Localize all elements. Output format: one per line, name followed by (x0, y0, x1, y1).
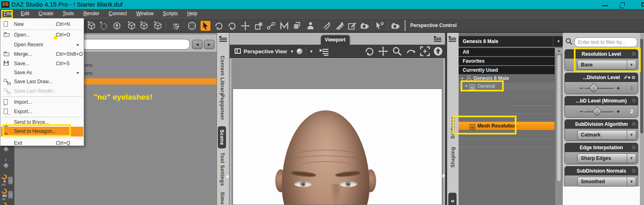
gear-icon[interactable]: ⚙ (631, 75, 636, 80)
tab-scene[interactable]: Scene (218, 126, 226, 148)
orbit-camera-icon[interactable] (364, 46, 374, 58)
chevron-down-icon[interactable]: ▼ (627, 154, 636, 163)
menu-item-save[interactable]: Save...Ctrl+S (1, 59, 83, 68)
row-favorites[interactable]: Favorites (459, 57, 555, 65)
slider-minus-button[interactable]: − (580, 105, 583, 118)
blender-8hd-run-button[interactable]: → (8, 176, 13, 184)
drawstyle-dropdown-icon[interactable]: ▼ (309, 45, 313, 58)
pane-options-icon[interactable] (449, 36, 456, 41)
scene-scrollbar[interactable]: ▲ (555, 48, 563, 205)
minimize-button[interactable] (602, 5, 608, 6)
menu-tools[interactable]: Tools (59, 9, 78, 18)
menu-edit[interactable]: Edit (17, 9, 33, 18)
chevron-down-icon[interactable]: ▼ (553, 36, 560, 47)
menu-item-merge[interactable]: Merge...Ctrl+Shift+O (1, 50, 83, 59)
tab-tool-settings[interactable]: Tool Settings (219, 153, 225, 186)
row-all[interactable]: All (459, 48, 555, 56)
view-selector[interactable]: Perspective View (244, 45, 287, 58)
new-group-node-tool-icon[interactable] (126, 20, 137, 31)
slider-thumb[interactable] (592, 106, 602, 116)
forward-arrow-button[interactable]: ► (204, 40, 215, 49)
gear-icon[interactable]: ⚙ (631, 120, 636, 129)
menu-item-new[interactable]: NewCtrl+N (1, 20, 83, 29)
subdivision-algorithm-dropdown[interactable]: Catmark▼ (577, 130, 636, 140)
gear-icon[interactable]: ⚙ (631, 143, 636, 152)
active-pose-tool-icon[interactable] (226, 20, 237, 31)
slider-minus-button[interactable]: − (580, 82, 583, 94)
tool-settings-icon[interactable] (375, 20, 385, 31)
menu-connect[interactable]: Connect (105, 9, 131, 18)
menu-item-import[interactable]: → Import... (1, 98, 83, 107)
menu-window[interactable]: Window (132, 9, 158, 18)
bd-level-value[interactable]: 2 (626, 105, 637, 118)
tree-node-genesis-8-male[interactable]: ▼Genesis 8 Male (459, 75, 555, 82)
slider-plus-button[interactable]: + (617, 82, 620, 94)
drawstyle-sphere-icon[interactable] (296, 48, 303, 55)
scrollbar-thumb[interactable] (556, 55, 562, 182)
slider-plus-button[interactable]: + (617, 105, 620, 118)
tree-node-general[interactable]: ▼GGeneral (459, 82, 555, 90)
tree-node-mesh-resolution-selected[interactable]: GMesh Resolution (459, 122, 555, 130)
render-camera-icon[interactable] (390, 20, 401, 31)
new-camera-tool-icon[interactable] (112, 20, 122, 31)
joint-editor-tool-icon[interactable] (266, 20, 276, 31)
tab-surfaces[interactable]: Surfaces (450, 116, 456, 139)
home-view-icon[interactable] (433, 46, 443, 58)
menu-help[interactable]: Help (183, 9, 201, 18)
scrollbar-thumb[interactable] (640, 39, 643, 133)
subdivision-normals-dropdown[interactable]: Smoothed▼ (577, 177, 636, 187)
weight-map-tool-icon[interactable] (279, 20, 290, 31)
pane-options-icon[interactable] (219, 36, 227, 41)
heart-icon[interactable]: ♥ (628, 75, 632, 80)
restore-button[interactable] (621, 2, 625, 6)
menu-render[interactable]: Render (80, 9, 103, 18)
menu-item-save-last-draw[interactable]: Save Last Draw... (1, 77, 83, 86)
bridge-hexagon-icon[interactable]: ◆ (3, 161, 9, 169)
tab-puppeteer[interactable]: Puppeteer (219, 94, 225, 120)
camera-cursor-tool-icon[interactable] (359, 20, 370, 31)
gear-icon[interactable]: ⚙ (631, 96, 636, 105)
content-list-item[interactable]: ons (84, 62, 92, 68)
zoom-camera-icon[interactable] (392, 46, 402, 58)
tab-simulation[interactable]: Simu (219, 192, 225, 205)
expand-arrow-icon[interactable]: ▼ (461, 75, 464, 82)
view-dropdown-icon[interactable]: ▼ (290, 45, 294, 58)
scene-filter-dropdown[interactable]: Genesis 8 Male ▼ (459, 36, 563, 47)
menu-create[interactable]: Create (35, 9, 57, 18)
collapse-divider-arrow[interactable] (226, 175, 228, 179)
chevron-down-icon[interactable]: ▼ (627, 60, 636, 69)
figure-setup-tool-icon[interactable] (305, 20, 316, 31)
viewport-tab[interactable]: Viewport (321, 35, 349, 45)
pan-camera-icon[interactable] (378, 46, 388, 58)
tab-parameters-partial[interactable]: s (448, 193, 457, 205)
node-selection-tool-icon[interactable] (200, 20, 211, 31)
menu-item-open-recent[interactable]: Open Recent► (1, 40, 83, 49)
blender-extra-icon[interactable] (0, 201, 8, 205)
content-list-item[interactable]: ons (84, 71, 92, 76)
slider-thumb[interactable] (589, 83, 598, 93)
grid-snap-icon[interactable] (171, 20, 182, 31)
menu-item-send-to-hexagon[interactable]: ◆ Send to Hexagon... (1, 127, 83, 137)
blender-8ghd-run-button[interactable]: → (8, 191, 13, 199)
menu-item-save-as[interactable]: Save As► (1, 68, 83, 77)
row-currently-used[interactable]: Currently Used (459, 66, 555, 74)
edge-interpolation-dropdown[interactable]: Sharp Edges▼ (577, 153, 636, 163)
scroll-up-icon[interactable]: ▲ (555, 48, 563, 54)
resolution-level-dropdown[interactable]: Base▼ (577, 60, 636, 70)
viewport-navigation-icon[interactable] (187, 20, 197, 31)
viewport-options-tree-icon[interactable] (319, 47, 329, 59)
scale-tool-icon[interactable] (253, 20, 264, 31)
new-instance-node-tool-icon[interactable] (139, 20, 149, 31)
gear-icon[interactable]: ⚙ (631, 166, 636, 175)
polygon-group-editor-tool-icon[interactable] (334, 20, 345, 31)
menu-item-exit[interactable]: ExitCtrl+Q (1, 139, 83, 148)
parameter-filter-input[interactable] (574, 37, 637, 47)
expand-arrow-icon[interactable]: ▼ (465, 82, 468, 90)
new-null-node-tool-icon[interactable] (98, 20, 109, 31)
tab-shaping[interactable]: Shaping (450, 147, 456, 168)
menu-item-export[interactable]: → Export... (1, 107, 83, 116)
translate-tool-icon[interactable] (240, 20, 251, 31)
menu-file[interactable]: File (0, 9, 15, 18)
pane-options-icon[interactable] (434, 36, 441, 41)
chevron-down-icon[interactable]: ▼ (627, 177, 636, 186)
